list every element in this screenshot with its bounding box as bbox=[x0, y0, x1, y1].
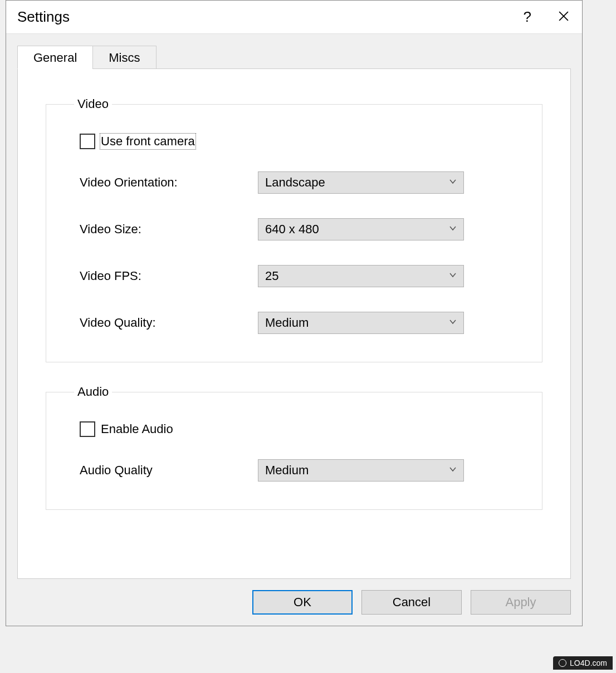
video-legend: Video bbox=[74, 97, 112, 111]
titlebar-buttons: ? bbox=[524, 8, 571, 27]
tab-general[interactable]: General bbox=[17, 46, 93, 69]
video-size-dropdown[interactable]: 640 x 480 bbox=[258, 218, 464, 240]
watermark-text: LO4D.com bbox=[570, 659, 607, 667]
enable-audio-row: Enable Audio bbox=[80, 421, 509, 437]
tab-miscs[interactable]: Miscs bbox=[92, 46, 156, 69]
video-orientation-dropdown[interactable]: Landscape bbox=[258, 171, 464, 194]
chevron-down-icon bbox=[449, 224, 457, 234]
video-quality-row: Video Quality: Medium bbox=[80, 312, 509, 334]
enable-audio-label[interactable]: Enable Audio bbox=[101, 422, 173, 436]
video-fps-row: Video FPS: 25 bbox=[80, 265, 509, 287]
watermark-badge: LO4D.com bbox=[553, 656, 613, 670]
chevron-down-icon bbox=[449, 271, 457, 281]
dialog-title: Settings bbox=[17, 8, 524, 26]
video-orientation-value: Landscape bbox=[265, 175, 449, 190]
video-size-row: Video Size: 640 x 480 bbox=[80, 218, 509, 240]
apply-button: Apply bbox=[471, 590, 571, 615]
settings-dialog: Settings ? General Miscs Video Use front… bbox=[6, 0, 583, 626]
video-fieldset: Video Use front camera Video Orientation… bbox=[46, 97, 542, 362]
use-front-camera-label[interactable]: Use front camera bbox=[101, 134, 195, 149]
help-icon[interactable]: ? bbox=[524, 8, 531, 26]
content-wrapper: General Miscs Video Use front camera Vid… bbox=[6, 34, 582, 579]
enable-audio-checkbox[interactable] bbox=[80, 421, 95, 437]
video-fps-label: Video FPS: bbox=[80, 269, 258, 283]
titlebar: Settings ? bbox=[6, 1, 582, 34]
audio-quality-row: Audio Quality Medium bbox=[80, 459, 509, 482]
close-icon[interactable] bbox=[556, 8, 571, 27]
audio-quality-value: Medium bbox=[265, 463, 449, 478]
chevron-down-icon bbox=[449, 318, 457, 328]
video-orientation-row: Video Orientation: Landscape bbox=[80, 171, 509, 194]
video-size-label: Video Size: bbox=[80, 222, 258, 237]
use-front-camera-checkbox[interactable] bbox=[80, 134, 95, 149]
dialog-button-row: OK Cancel Apply bbox=[6, 579, 582, 626]
cancel-button[interactable]: Cancel bbox=[361, 590, 462, 615]
video-quality-label: Video Quality: bbox=[80, 316, 258, 330]
video-fps-dropdown[interactable]: 25 bbox=[258, 265, 464, 287]
globe-icon bbox=[559, 659, 566, 667]
video-orientation-label: Video Orientation: bbox=[80, 175, 258, 190]
audio-legend: Audio bbox=[74, 385, 112, 399]
video-fps-value: 25 bbox=[265, 269, 449, 283]
use-front-camera-row: Use front camera bbox=[80, 134, 509, 149]
audio-quality-label: Audio Quality bbox=[80, 463, 258, 478]
video-size-value: 640 x 480 bbox=[265, 222, 449, 237]
video-quality-dropdown[interactable]: Medium bbox=[258, 312, 464, 334]
ok-button[interactable]: OK bbox=[252, 590, 353, 615]
chevron-down-icon bbox=[449, 178, 457, 188]
tabs-row: General Miscs bbox=[17, 45, 571, 68]
tab-content-general: Video Use front camera Video Orientation… bbox=[17, 68, 571, 579]
video-quality-value: Medium bbox=[265, 316, 449, 330]
audio-fieldset: Audio Enable Audio Audio Quality Medium bbox=[46, 385, 542, 510]
chevron-down-icon bbox=[449, 465, 457, 475]
audio-quality-dropdown[interactable]: Medium bbox=[258, 459, 464, 482]
